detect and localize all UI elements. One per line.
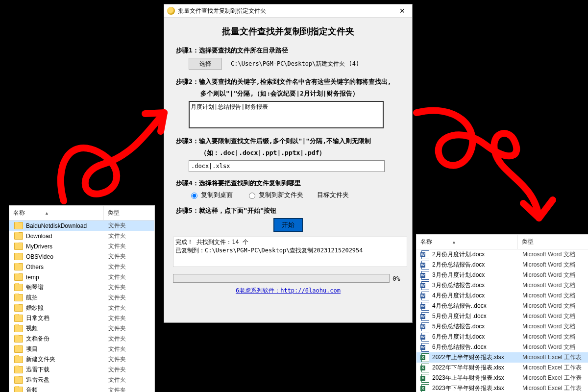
file-type: Microsoft Excel 工作表 bbox=[519, 384, 588, 392]
file-type: 文件夹 bbox=[105, 335, 154, 343]
file-row[interactable]: 3月份总结报告.docxMicrosoft Word 文档 bbox=[416, 280, 588, 291]
keywords-input[interactable]: 月度计划|总结报告|财务报表 bbox=[189, 101, 384, 128]
file-row[interactable]: 音频文件夹 bbox=[9, 385, 154, 392]
col-type-header[interactable]: 类型 bbox=[103, 206, 154, 220]
file-row[interactable]: MyDrivers文件夹 bbox=[9, 241, 154, 251]
selected-path-text: C:\Users\PGM-PC\Desktop\新建文件夹 (4) bbox=[231, 60, 359, 68]
radio-copy-newfolder-input[interactable] bbox=[249, 193, 255, 199]
file-row[interactable]: 2022年下半年财务报表.xlsxMicrosoft Excel 工作表 bbox=[416, 363, 588, 373]
file-row[interactable]: 项目文件夹 bbox=[9, 344, 154, 354]
select-path-button[interactable]: 选择 bbox=[189, 58, 222, 70]
file-row[interactable]: OBSVideo文件夹 bbox=[9, 251, 154, 262]
file-name: 5月份月度计划 .docx bbox=[432, 312, 487, 320]
file-name: 2023年上半年财务报表.xlsx bbox=[432, 374, 504, 382]
file-type: 文件夹 bbox=[105, 355, 154, 364]
step2-sublabel: 多个则以"|"分隔,（如:会议纪要|2月计划|财务报告） bbox=[200, 89, 400, 98]
file-name: 4月份月度计划.docx bbox=[432, 292, 485, 300]
radio-copy-desktop[interactable]: 复制到桌面 bbox=[189, 191, 233, 199]
file-type: Microsoft Word 文档 bbox=[519, 333, 588, 341]
step4-label: 步骤4：选择将要把查找到的文件复制到哪里 bbox=[176, 179, 400, 188]
file-name: 4月份总结报告..docx bbox=[432, 302, 487, 310]
file-name: 钢琴谱 bbox=[26, 283, 44, 292]
file-row[interactable]: 4月份月度计划.docxMicrosoft Word 文档 bbox=[416, 291, 588, 301]
word-icon bbox=[421, 312, 429, 321]
file-type: Microsoft Word 文档 bbox=[519, 292, 588, 300]
file-name: 文档备份 bbox=[26, 335, 49, 343]
radio-copy-newfolder[interactable]: 复制到新文件夹 bbox=[246, 191, 303, 199]
file-name: 2022年下半年财务报表.xlsx bbox=[432, 364, 504, 372]
file-row[interactable]: 航拍文件夹 bbox=[9, 293, 154, 303]
file-type: Microsoft Excel 工作表 bbox=[519, 364, 588, 372]
file-row[interactable]: 2023年上半年财务报表.xlsxMicrosoft Excel 工作表 bbox=[416, 373, 588, 383]
file-row[interactable]: 2月份总结报告.docxMicrosoft Word 文档 bbox=[416, 260, 588, 270]
file-row[interactable]: 迅雷云盘文件夹 bbox=[9, 375, 154, 385]
col-name-header[interactable]: 名称▲ bbox=[9, 206, 103, 220]
col-name-header[interactable]: 名称▲ bbox=[416, 235, 517, 249]
step5-label: 步骤5：就这样，点下面"开始"按钮 bbox=[176, 206, 400, 215]
step2-label: 步骤2：输入要查找的关键字,检索到文件名中含有这些关键字的都将查找出, bbox=[176, 77, 400, 86]
main-dialog: 批量文件查找并复制到指定文件夹 ✕ 批量文件查找并复制到指定文件夹 步骤1：选择… bbox=[164, 4, 413, 323]
extension-input[interactable] bbox=[189, 160, 385, 172]
target-folder-text: 目标文件夹 bbox=[317, 191, 349, 199]
file-type: 文件夹 bbox=[105, 221, 154, 230]
file-type: Microsoft Word 文档 bbox=[519, 250, 588, 259]
start-button[interactable]: 开始 bbox=[273, 218, 303, 232]
file-row[interactable]: 5月份总结报告.docxMicrosoft Word 文档 bbox=[416, 321, 588, 332]
file-row[interactable]: 新建文件夹文件夹 bbox=[9, 354, 154, 365]
file-name: 视频 bbox=[26, 324, 38, 333]
folder-icon bbox=[14, 387, 23, 392]
file-row[interactable]: 文档备份文件夹 bbox=[9, 334, 154, 344]
file-row[interactable]: 日常文档文件夹 bbox=[9, 313, 154, 323]
folder-icon bbox=[14, 376, 23, 384]
file-row[interactable]: 6月份月度计划.docxMicrosoft Word 文档 bbox=[416, 332, 588, 342]
file-name: Others bbox=[26, 264, 44, 270]
file-row[interactable]: 6月份总结报告..docxMicrosoft Word 文档 bbox=[416, 342, 588, 352]
word-icon bbox=[421, 333, 429, 342]
file-name: Download bbox=[26, 233, 52, 240]
folder-icon bbox=[14, 263, 23, 270]
col-type-header[interactable]: 类型 bbox=[517, 235, 588, 249]
step3-label: 步骤3：输入要限制查找文件后缀,多个则以"|"分隔,不输入则无限制 bbox=[176, 137, 400, 146]
file-type: 文件夹 bbox=[105, 314, 154, 322]
app-icon bbox=[167, 7, 175, 15]
file-row[interactable]: temp文件夹 bbox=[9, 272, 154, 282]
file-name: 2月份月度计划.docx bbox=[432, 250, 485, 259]
file-name: 迅雷下载 bbox=[26, 366, 49, 374]
file-type: Microsoft Word 文档 bbox=[519, 281, 588, 290]
file-row[interactable]: Others文件夹 bbox=[9, 262, 154, 272]
file-type: 文件夹 bbox=[105, 366, 154, 374]
file-row[interactable]: 3月份月度计划.docxMicrosoft Word 文档 bbox=[416, 270, 588, 280]
file-row[interactable]: 2月份月度计划.docxMicrosoft Word 文档 bbox=[416, 249, 588, 260]
radio-copy-desktop-input[interactable] bbox=[191, 193, 197, 199]
file-row[interactable]: Download文件夹 bbox=[9, 231, 154, 241]
close-button[interactable]: ✕ bbox=[392, 7, 412, 15]
file-row[interactable]: 2023年下半年财务报表.xlsxMicrosoft Excel 工作表 bbox=[416, 383, 588, 392]
word-icon bbox=[421, 271, 429, 280]
titlebar: 批量文件查找并复制到指定文件夹 ✕ bbox=[164, 4, 412, 18]
word-icon bbox=[421, 302, 429, 311]
arrow-left-icon bbox=[44, 78, 172, 206]
file-row[interactable]: 2022年上半年财务报表.xlsxMicrosoft Excel 工作表 bbox=[416, 352, 588, 363]
file-row[interactable]: 4月份总结报告..docxMicrosoft Word 文档 bbox=[416, 301, 588, 311]
file-row[interactable]: 5月份月度计划 .docxMicrosoft Word 文档 bbox=[416, 311, 588, 321]
result-folder-panel: 名称▲ 类型 2月份月度计划.docxMicrosoft Word 文档2月份总… bbox=[416, 234, 588, 392]
file-row[interactable]: 婚纱照文件夹 bbox=[9, 303, 154, 313]
file-name: 项目 bbox=[26, 345, 38, 353]
file-row[interactable]: 钢琴谱文件夹 bbox=[9, 282, 154, 293]
file-type: 文件夹 bbox=[105, 242, 154, 250]
file-row[interactable]: 视频文件夹 bbox=[9, 323, 154, 334]
word-icon bbox=[421, 343, 429, 352]
file-row[interactable]: BaiduNetdiskDownload文件夹 bbox=[9, 220, 154, 231]
file-type: 文件夹 bbox=[105, 294, 154, 302]
progress-percent: 0% bbox=[392, 275, 400, 282]
source-folder-panel: 名称▲ 类型 BaiduNetdiskDownload文件夹Download文件… bbox=[9, 205, 155, 392]
folder-icon bbox=[14, 304, 23, 312]
file-type: Microsoft Word 文档 bbox=[519, 271, 588, 279]
folder-icon bbox=[14, 232, 23, 240]
progress-bar bbox=[173, 274, 390, 283]
file-name: 2023年下半年财务报表.xlsx bbox=[432, 384, 504, 392]
file-row[interactable]: 迅雷下载文件夹 bbox=[9, 365, 154, 375]
vendor-link[interactable]: 6老虎系列软件：http://6laohu.com bbox=[236, 287, 341, 294]
file-type: Microsoft Word 文档 bbox=[519, 312, 588, 320]
file-name: 6月份总结报告..docx bbox=[432, 343, 487, 351]
